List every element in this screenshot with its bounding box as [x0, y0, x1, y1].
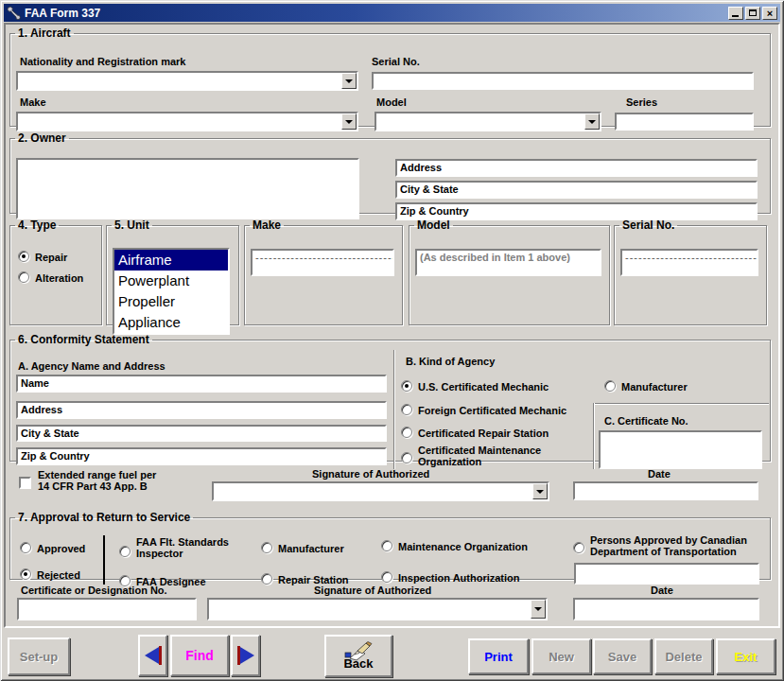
certificated-repair-station-radio[interactable] — [401, 427, 412, 438]
extended-range-fuel-label: Extended range fuel per 14 CFR Part 43 A… — [38, 469, 156, 492]
delete-button[interactable]: Delete — [654, 638, 713, 674]
dropdown-arrow-icon[interactable] — [341, 114, 357, 130]
delete-label: Delete — [665, 650, 702, 664]
dropdown-arrow-icon[interactable] — [341, 73, 357, 89]
unit-model-input[interactable]: (As described in Item 1 above) — [415, 249, 601, 276]
serial-input[interactable] — [372, 72, 754, 90]
unit-serial-section: Serial No. -----------------------------… — [614, 218, 767, 325]
agency-zip-input[interactable]: Zip & Country — [16, 447, 387, 465]
faa-flt-standards-inspector-label: FAA Flt. Standards Inspector — [136, 536, 229, 559]
date-label: Date — [648, 468, 671, 480]
inspection-authorization-label: Inspection Authorization — [398, 572, 520, 584]
make-combobox[interactable] — [16, 112, 358, 131]
model-value — [376, 114, 584, 130]
agency-city-input[interactable]: City & State — [16, 425, 387, 442]
canadian-persons-input[interactable] — [574, 563, 759, 585]
canadian-persons-radio[interactable] — [573, 542, 584, 553]
approval-section: 7. Approval to Return to Service Approve… — [9, 511, 771, 580]
owner-section: 2. Owner Address City & State Zip & Coun… — [9, 131, 771, 214]
approval-legend: 7. Approval to Return to Service — [15, 511, 193, 524]
owner-address-input[interactable]: Address — [395, 159, 758, 177]
find-label: Find — [185, 648, 214, 663]
inspection-authorization-radio[interactable] — [381, 571, 392, 583]
dropdown-arrow-icon[interactable] — [532, 483, 548, 499]
next-record-button[interactable] — [231, 635, 260, 676]
wrench-icon — [7, 6, 21, 20]
find-button[interactable]: Find — [170, 635, 229, 676]
registration-label: Nationality and Registration mark — [20, 56, 185, 67]
make-value — [18, 114, 341, 130]
unit-serial-input[interactable]: -------------------------------------- — [620, 249, 758, 276]
certificated-repair-station-label: Certificated Repair Station — [418, 428, 549, 439]
owner-city-input[interactable]: City & State — [395, 181, 758, 199]
alteration-radio[interactable] — [18, 271, 29, 283]
kind-of-agency-label: B. Kind of Agency — [406, 356, 495, 367]
repair-radio[interactable] — [18, 251, 29, 262]
faa-flt-standards-inspector-radio[interactable] — [119, 546, 131, 557]
save-label: Save — [608, 650, 636, 664]
unit-model-section: Model (As described in Item 1 above) — [409, 218, 610, 325]
manufacturer-approval-label: Manufacturer — [278, 543, 344, 554]
prev-record-icon — [159, 646, 162, 665]
dropdown-arrow-icon[interactable] — [584, 114, 600, 130]
window-title: FAA Form 337 — [25, 7, 726, 20]
dropdown-arrow-icon[interactable] — [531, 600, 546, 619]
divider — [593, 403, 595, 469]
extended-range-fuel-checkbox[interactable] — [19, 477, 31, 489]
prev-record-button[interactable] — [138, 635, 167, 676]
unit-listbox[interactable]: Airframe Powerplant Propeller Appliance — [113, 248, 230, 335]
make-label: Make — [20, 96, 46, 108]
series-input[interactable] — [615, 113, 754, 131]
title-bar: FAA Form 337 × — [4, 4, 780, 22]
unit-list-item[interactable]: Propeller — [114, 291, 228, 312]
new-button[interactable]: New — [531, 638, 591, 674]
back-label: Back — [343, 656, 373, 671]
signature-of-authorized-combobox[interactable] — [212, 481, 549, 501]
maintenance-organization-radio[interactable] — [381, 540, 392, 551]
certificate-or-designation-input[interactable] — [17, 598, 197, 620]
date-input-2[interactable] — [573, 598, 759, 620]
approved-radio[interactable] — [20, 542, 31, 553]
certificate-no-input[interactable] — [599, 430, 762, 469]
owner-name-input[interactable] — [16, 158, 359, 219]
unit-list-item[interactable]: Airframe — [114, 250, 228, 271]
divider — [393, 350, 395, 469]
unit-make-input[interactable]: -------------------------------------- — [251, 249, 394, 276]
back-button[interactable]: Back — [324, 635, 392, 677]
unit-make-legend: Make — [250, 218, 284, 232]
rejected-radio[interactable] — [20, 568, 31, 580]
manufacturer-agency-radio[interactable] — [604, 380, 616, 392]
repair-station-radio[interactable] — [261, 573, 272, 585]
certificated-maintenance-organization-radio[interactable] — [401, 452, 412, 463]
canadian-persons-label: Persons Approved by Canadian Department … — [590, 534, 747, 557]
signature-of-authorized-combobox-2[interactable] — [207, 598, 548, 620]
minimize-icon[interactable] — [728, 7, 743, 20]
date-label-2: Date — [651, 585, 673, 596]
unit-list-item[interactable]: Powerplant — [114, 271, 228, 291]
divider — [593, 403, 769, 405]
unit-list-item[interactable]: Appliance — [114, 312, 228, 333]
agency-name-input[interactable]: Name — [16, 375, 387, 393]
date-input[interactable] — [573, 481, 758, 500]
agency-address-input[interactable]: Address — [16, 401, 387, 419]
us-certificated-mechanic-radio[interactable] — [401, 380, 412, 392]
close-icon[interactable]: × — [762, 7, 777, 20]
model-combobox[interactable] — [375, 112, 601, 131]
registration-value — [18, 73, 341, 89]
unit-model-legend: Model — [414, 218, 453, 232]
maximize-icon[interactable] — [745, 7, 760, 20]
app-window: FAA Form 337 × 1. Aircraft Nationality a… — [0, 0, 784, 681]
registration-combobox[interactable] — [16, 71, 358, 91]
setup-button[interactable]: Set-up — [8, 637, 70, 675]
approved-label: Approved — [37, 543, 85, 554]
manufacturer-approval-radio[interactable] — [261, 542, 272, 553]
aircraft-section: 1. Aircraft Nationality and Registration… — [9, 26, 771, 127]
foreign-certificated-mechanic-radio[interactable] — [401, 404, 412, 415]
save-button[interactable]: Save — [593, 638, 652, 674]
print-button[interactable]: Print — [468, 638, 529, 674]
foreign-certificated-mechanic-label: Foreign Certificated Mechanic — [418, 405, 566, 416]
exit-button[interactable]: Exit — [716, 638, 775, 674]
unit-make-section: Make -----------------------------------… — [244, 218, 403, 325]
signature-value-2 — [209, 600, 531, 619]
unit-serial-legend: Serial No. — [619, 218, 677, 232]
